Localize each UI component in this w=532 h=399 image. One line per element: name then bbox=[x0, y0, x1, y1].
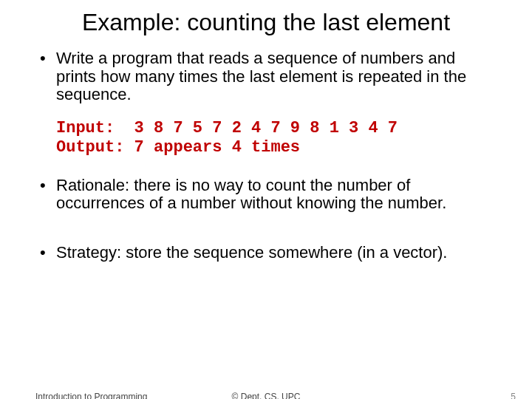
slide-body: Write a program that reads a sequence of… bbox=[35, 50, 497, 262]
footer-copyright: © Dept. CS, UPC bbox=[0, 392, 532, 399]
slide-title: Example: counting the last element bbox=[35, 0, 497, 50]
slide: Example: counting the last element Write… bbox=[0, 0, 532, 399]
bullet-problem: Write a program that reads a sequence of… bbox=[35, 50, 497, 104]
code-input-line: Input: 3 8 7 5 7 2 4 7 9 8 1 3 4 7 bbox=[56, 119, 398, 137]
spacer bbox=[35, 228, 497, 244]
code-example: Input: 3 8 7 5 7 2 4 7 9 8 1 3 4 7 Outpu… bbox=[35, 119, 497, 157]
code-output-line: Output: 7 appears 4 times bbox=[56, 138, 300, 157]
footer-page-number: 5 bbox=[511, 392, 516, 399]
bullet-rationale: Rationale: there is no way to count the … bbox=[35, 177, 497, 213]
bullet-strategy: Strategy: store the sequence somewhere (… bbox=[35, 244, 497, 262]
